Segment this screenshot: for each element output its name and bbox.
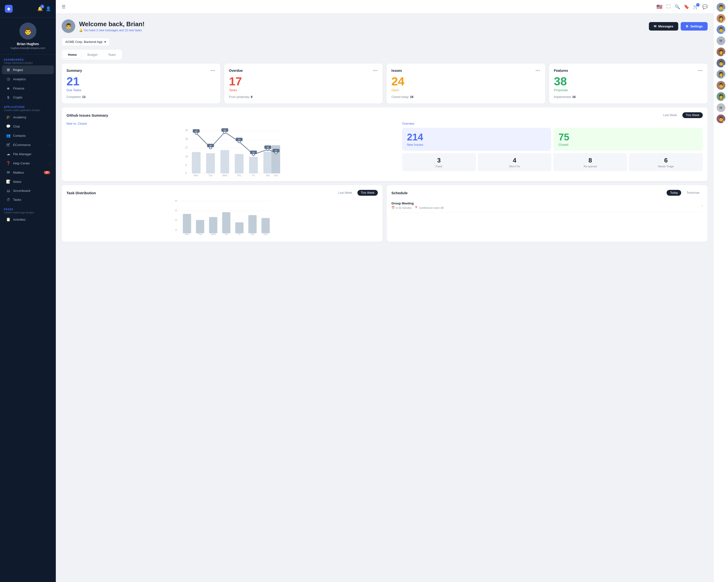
chat-icon: 💬: [6, 124, 11, 129]
reopened-label: Re-opened: [557, 165, 624, 168]
sidebar-item-project[interactable]: ⊞ Project: [2, 65, 54, 74]
github-issues-panel: Github Issues Summary Last Week This Wee…: [62, 107, 708, 181]
cart-badge: 5: [696, 3, 700, 6]
sidebar-item-label: Tasks: [13, 198, 21, 201]
svg-rect-60: [249, 215, 257, 233]
avatar[interactable]: 👩: [717, 48, 725, 56]
task-title: Task Distribution: [67, 191, 96, 195]
project-name: ACME Corp. Backend App: [65, 40, 102, 44]
status-dot: [723, 31, 725, 34]
academy-icon: 🎓: [6, 115, 11, 119]
last-week-tab[interactable]: Last Week: [660, 112, 680, 118]
svg-text:40: 40: [175, 200, 177, 202]
sidebar-item-activities[interactable]: 📋 Activities: [2, 215, 54, 224]
this-week-tab[interactable]: This Week: [682, 112, 703, 118]
tomorrow-tab[interactable]: Tomorrow: [683, 190, 703, 196]
user-name: Brian Hughes: [5, 42, 51, 46]
last-week-tab[interactable]: Last Week: [335, 190, 355, 196]
avatar[interactable]: 👩: [717, 14, 725, 23]
fullscreen-button[interactable]: ⛶: [666, 4, 671, 9]
svg-text:18: 18: [185, 155, 188, 158]
svg-text:Fri: Fri: [252, 174, 255, 176]
arrow-icon: ›: [49, 143, 50, 146]
sidebar-item-tasks[interactable]: ⏱ Tasks: [2, 195, 54, 204]
svg-text:Thu: Thu: [237, 174, 241, 176]
svg-rect-16: [249, 157, 258, 173]
status-dot: [723, 54, 725, 56]
sidebar-logo[interactable]: ◆: [5, 5, 12, 12]
bottom-panels: Task Distribution Last Week This Week 40…: [62, 185, 708, 242]
cart-button[interactable]: 🛒 5: [693, 4, 698, 9]
triage-num: 6: [632, 157, 699, 164]
svg-text:9: 9: [185, 164, 187, 167]
stat-card-features: Features ••• 38 Proposals Implemented: 1…: [549, 63, 708, 104]
avatar[interactable]: M: [717, 36, 725, 45]
svg-rect-57: [209, 217, 217, 233]
avatar[interactable]: M: [717, 103, 725, 112]
user-menu-button[interactable]: 👤: [46, 6, 51, 11]
sidebar-item-finance[interactable]: ◈ Finance: [2, 84, 54, 93]
messages-button[interactable]: ✉ Messages: [649, 22, 678, 31]
hamburger-button[interactable]: ☰: [62, 4, 66, 9]
sidebar-item-ecommerce[interactable]: 🛒 ECommerce ›: [2, 140, 54, 149]
sidebar-item-mailbox[interactable]: ✉ Mailbox 27: [2, 168, 54, 177]
sidebar-item-academy[interactable]: 🎓 Academy: [2, 113, 54, 121]
welcome-header: 👨 Welcome back, Brian! 🔔 You have 2 new …: [62, 20, 708, 33]
avatar[interactable]: 👨: [717, 25, 725, 34]
avatar[interactable]: 👩: [717, 92, 725, 101]
meeting-chevron[interactable]: ›: [702, 203, 703, 207]
avatar[interactable]: 👨: [717, 59, 725, 67]
settings-button[interactable]: ⚙ Settings: [681, 22, 708, 31]
this-week-tab[interactable]: This Week: [358, 190, 378, 196]
card-menu-icon[interactable]: •••: [211, 68, 215, 73]
sidebar: ◆ 🔔 3 👤 👨 Brian Hughes hughes.brian@comp…: [0, 0, 56, 582]
tab-team[interactable]: Team: [103, 51, 121, 58]
sidebar-top: ◆ 🔔 3 👤: [0, 0, 56, 18]
sidebar-item-notes[interactable]: 📝 Notes: [2, 177, 54, 186]
avatar[interactable]: 👨: [717, 3, 725, 11]
panel-header: Github Issues Summary Last Week This Wee…: [67, 112, 703, 118]
svg-text:Sun: Sun: [263, 233, 267, 235]
main-area: ☰ 🇺🇸 ⛶ 🔍 🔖 🛒 5 💬 👨 Welcome back, Brian! …: [56, 0, 713, 582]
sidebar-item-chat[interactable]: 💬 Chat: [2, 122, 54, 131]
new-issues-number: 214: [407, 132, 546, 142]
avatar[interactable]: 👨: [717, 114, 725, 123]
messages-button[interactable]: 💬: [702, 4, 708, 9]
today-tab[interactable]: Today: [667, 190, 681, 196]
project-selector[interactable]: ACME Corp. Backend App ▾: [62, 38, 110, 46]
applications-label: APPLICATIONS: [4, 106, 52, 108]
sidebar-item-analytics[interactable]: ◷ Analytics: [2, 75, 54, 83]
sidebar-item-contacts[interactable]: 👥 Contacts: [2, 131, 54, 140]
topbar: ☰ 🇺🇸 ⛶ 🔍 🔖 🛒 5 💬: [56, 0, 713, 13]
overview-section: Overview 214 New Issues 75 Closed: [402, 122, 703, 176]
search-button[interactable]: 🔍: [675, 4, 680, 9]
svg-rect-59: [235, 222, 244, 233]
filemanager-icon: ☁: [6, 152, 11, 156]
stat-number: 21: [67, 76, 215, 87]
stat-card-overdue: Overdue ••• 17 Tasks From yesterday: 9: [224, 63, 383, 104]
sidebar-item-helpcenter[interactable]: ❓ Help Center ›: [2, 159, 54, 168]
stat-label: Open: [391, 88, 540, 92]
helpcenter-icon: ❓: [6, 161, 11, 165]
tab-budget[interactable]: Budget: [82, 51, 102, 58]
content-area: 👨 Welcome back, Brian! 🔔 You have 2 new …: [56, 13, 713, 582]
notifications-button[interactable]: 🔔 3: [37, 6, 43, 11]
avatar[interactable]: 👨: [717, 81, 725, 90]
notes-icon: 📝: [6, 179, 11, 184]
bookmark-button[interactable]: 🔖: [684, 4, 689, 9]
sidebar-item-scrumboard[interactable]: 🗂 Scrumboard: [2, 187, 54, 195]
card-menu-icon[interactable]: •••: [698, 68, 703, 73]
card-menu-icon[interactable]: •••: [536, 68, 540, 73]
meeting-time: ⏰ in 32 minutes: [391, 206, 412, 209]
card-menu-icon[interactable]: •••: [373, 68, 378, 73]
pages-sublabel: Custom made page designs: [4, 211, 52, 214]
svg-text:Tue: Tue: [208, 174, 213, 176]
fixed-label: Fixed: [406, 165, 472, 168]
sidebar-item-filemanager[interactable]: ☁ File Manager: [2, 149, 54, 158]
avatar[interactable]: 👩: [717, 70, 725, 79]
flag-icon[interactable]: 🇺🇸: [656, 4, 662, 10]
sidebar-item-crypto[interactable]: $ Crypto: [2, 93, 54, 102]
stat-footer: Implemented: 16: [554, 95, 703, 99]
tab-home[interactable]: Home: [63, 51, 81, 58]
sidebar-item-label: Contacts: [13, 134, 25, 138]
